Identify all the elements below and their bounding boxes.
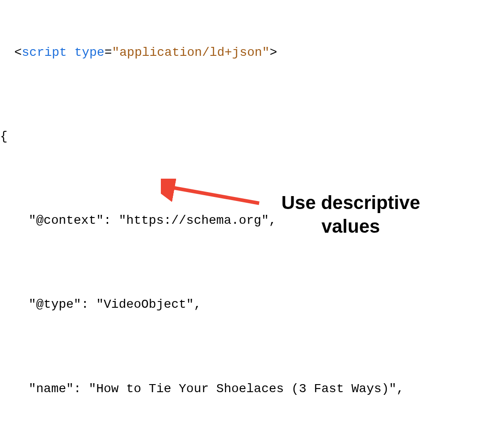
- json-value: : "VideoObject",: [81, 297, 202, 311]
- annotation-label: Use descriptive values: [259, 191, 442, 238]
- code-line-open-tag: <script type="application/ld+json">: [0, 42, 504, 63]
- code-line-brace: {: [0, 126, 504, 147]
- json-key: "@context": [29, 214, 104, 227]
- annotation-line2: values: [322, 216, 380, 237]
- annotation-line1: Use descriptive: [281, 192, 420, 213]
- tag-name: script: [22, 46, 67, 59]
- quote: ": [112, 46, 119, 59]
- json-key: "name": [29, 382, 74, 396]
- equals: =: [105, 46, 112, 59]
- brace-open: {: [0, 130, 8, 143]
- angle-bracket: <: [14, 46, 22, 59]
- code-line-name: "name": "How to Tie Your Shoelaces (3 Fa…: [0, 378, 504, 399]
- json-key: "@type": [29, 297, 81, 311]
- quote: ": [262, 46, 270, 59]
- attr-value: application/ld+json: [119, 46, 262, 59]
- attr-name: type: [74, 46, 104, 59]
- json-value: : "https://schema.org",: [104, 214, 276, 227]
- code-line-type: "@type": "VideoObject",: [0, 294, 504, 315]
- angle-bracket: >: [269, 46, 277, 59]
- json-value: : "How to Tie Your Shoelaces (3 Fast Way…: [74, 382, 404, 396]
